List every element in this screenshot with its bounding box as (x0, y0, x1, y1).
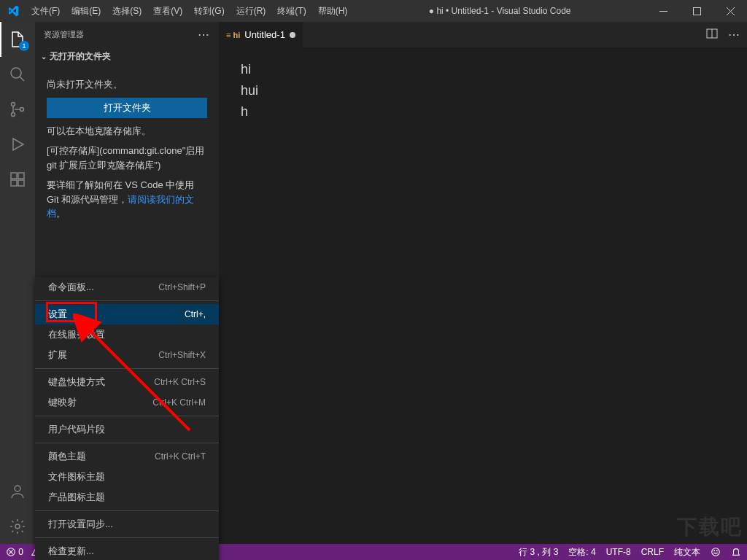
svg-point-7 (12, 113, 15, 117)
menu-selection[interactable]: 选择(S) (107, 0, 147, 22)
menu-help[interactable]: 帮助(H) (312, 0, 354, 22)
activity-accounts[interactable] (0, 474, 35, 509)
menu-item-shortcut: Ctrl+K Ctrl+S (154, 377, 206, 387)
svg-point-8 (20, 108, 24, 112)
svg-point-15 (15, 524, 20, 529)
explorer-badge: 1 (19, 41, 29, 51)
status-language[interactable]: 纯文本 (674, 546, 700, 559)
svg-point-4 (11, 68, 21, 78)
code-line: hui (241, 80, 725, 101)
menu-item-在线服务设置[interactable]: 在线服务设置 (35, 324, 219, 345)
close-button[interactable] (713, 0, 747, 22)
menu-item-文件图标主题[interactable]: 文件图标主题 (35, 467, 219, 487)
menu-item-shortcut: Ctrl+, (185, 309, 206, 319)
menu-item-label: 命令面板... (48, 281, 94, 294)
activity-manage[interactable] (0, 509, 35, 544)
menu-item-设置[interactable]: 设置Ctrl+, (35, 304, 219, 324)
tab-untitled-1[interactable]: ≡ hi Untitled-1 (219, 22, 303, 47)
sidebar-section-nofolder[interactable]: ⌄ 无打开的文件夹 (35, 47, 219, 66)
doc-text: 要详细了解如何在 VS Code 中使用 Git 和源代码管理，请阅读我们的文档… (47, 178, 207, 221)
status-notifications-icon[interactable] (731, 547, 741, 558)
editor-text[interactable]: hi hui h (219, 47, 747, 544)
tab-lang-icon: ≡ hi (226, 31, 240, 39)
sidebar-body: 尚未打开文件夹。 打开文件夹 可以在本地克隆存储库。 [可控存储库](comma… (35, 66, 219, 233)
activity-source-control[interactable] (0, 92, 35, 127)
sidebar-more-icon[interactable]: ⋯ (198, 28, 210, 42)
svg-rect-12 (11, 180, 17, 186)
menu-terminal[interactable]: 终端(T) (271, 0, 311, 22)
menu-item-键盘快捷方式[interactable]: 键盘快捷方式Ctrl+K Ctrl+S (35, 372, 219, 392)
status-encoding[interactable]: UTF-8 (606, 547, 631, 557)
menu-item-label: 文件图标主题 (48, 470, 105, 483)
svg-point-23 (714, 551, 715, 551)
window-controls (646, 0, 747, 22)
sidebar-header: 资源管理器 ⋯ (35, 22, 219, 47)
activity-search[interactable] (0, 57, 35, 92)
manage-context-menu: 命令面板...Ctrl+Shift+P设置Ctrl+,在线服务设置扩展Ctrl+… (35, 277, 219, 560)
menu-item-label: 设置 (48, 308, 67, 321)
svg-rect-1 (693, 7, 700, 15)
menu-item-shortcut: Ctrl+K Ctrl+M (152, 397, 206, 408)
sidebar-title: 资源管理器 (44, 29, 84, 40)
svg-rect-13 (18, 180, 24, 186)
menu-item-检查更新...[interactable]: 检查更新... (35, 541, 219, 560)
title-bar: 文件(F) 编辑(E) 选择(S) 查看(V) 转到(G) 运行(R) 终端(T… (0, 0, 747, 22)
editor-tabs: ≡ hi Untitled-1 ⋯ (219, 22, 747, 47)
menu-item-label: 打开设置同步... (48, 518, 113, 531)
maximize-button[interactable] (680, 0, 713, 22)
svg-rect-10 (11, 173, 17, 179)
tab-label: Untitled-1 (244, 29, 285, 40)
menu-file[interactable]: 文件(F) (26, 0, 66, 22)
code-line: h (241, 101, 725, 122)
svg-point-14 (15, 486, 20, 491)
menu-item-label: 键映射 (48, 396, 77, 409)
menu-item-颜色主题[interactable]: 颜色主题Ctrl+K Ctrl+T (35, 446, 219, 467)
menu-item-label: 扩展 (48, 349, 67, 362)
svg-point-6 (12, 103, 15, 106)
svg-point-22 (712, 548, 720, 556)
svg-line-5 (20, 77, 24, 81)
status-errors-count: 0 (18, 547, 23, 557)
menu-bar: 文件(F) 编辑(E) 选择(S) 查看(V) 转到(G) 运行(R) 终端(T… (26, 0, 353, 22)
menu-edit[interactable]: 编辑(E) (66, 0, 107, 22)
window-title: ● hi • Untitled-1 - Visual Studio Code (353, 6, 646, 16)
doc-text-part2: 。 (56, 208, 66, 219)
menu-view[interactable]: 查看(V) (147, 0, 188, 22)
menu-item-用户代码片段[interactable]: 用户代码片段 (35, 419, 219, 440)
svg-rect-11 (18, 173, 24, 179)
menu-item-label: 颜色主题 (48, 450, 86, 463)
activity-bar: 1 (0, 22, 35, 544)
menu-separator (35, 510, 219, 511)
activity-extensions[interactable] (0, 162, 35, 197)
menu-item-键映射[interactable]: 键映射Ctrl+K Ctrl+M (35, 392, 219, 413)
open-folder-button[interactable]: 打开文件夹 (47, 98, 207, 118)
activity-explorer[interactable]: 1 (0, 22, 35, 57)
vscode-logo-icon (0, 5, 26, 17)
minimize-button[interactable] (646, 0, 680, 22)
menu-item-label: 键盘快捷方式 (48, 376, 105, 389)
menu-separator (35, 416, 219, 416)
menu-run[interactable]: 运行(R) (231, 0, 272, 22)
activity-run-debug[interactable] (0, 127, 35, 162)
menu-item-label: 检查更新... (48, 545, 94, 558)
menu-separator (35, 300, 219, 301)
editor-actions: ⋯ (699, 28, 747, 42)
menu-item-shortcut: Ctrl+Shift+P (158, 282, 206, 292)
menu-item-label: 产品图标主题 (48, 491, 105, 504)
status-spaces[interactable]: 空格: 4 (568, 546, 595, 559)
more-actions-icon[interactable]: ⋯ (728, 28, 740, 42)
status-cursor[interactable]: 行 3 , 列 3 (519, 546, 558, 559)
no-folder-text: 尚未打开文件夹。 (47, 77, 207, 92)
menu-separator (35, 443, 219, 443)
status-feedback-icon[interactable] (711, 547, 721, 558)
editor-area: ≡ hi Untitled-1 ⋯ hi hui h (219, 22, 747, 544)
split-editor-icon[interactable] (706, 28, 718, 42)
menu-item-产品图标主题[interactable]: 产品图标主题 (35, 487, 219, 508)
code-line: hi (241, 59, 725, 80)
status-eol[interactable]: CRLF (641, 547, 664, 557)
clone-hint: [可控存储库](command:git.clone"启用 git 扩展后立即克隆… (47, 144, 207, 172)
menu-go[interactable]: 转到(G) (188, 0, 230, 22)
menu-item-命令面板...[interactable]: 命令面板...Ctrl+Shift+P (35, 277, 219, 298)
menu-item-打开设置同步...[interactable]: 打开设置同步... (35, 514, 219, 534)
menu-item-扩展[interactable]: 扩展Ctrl+Shift+X (35, 345, 219, 365)
